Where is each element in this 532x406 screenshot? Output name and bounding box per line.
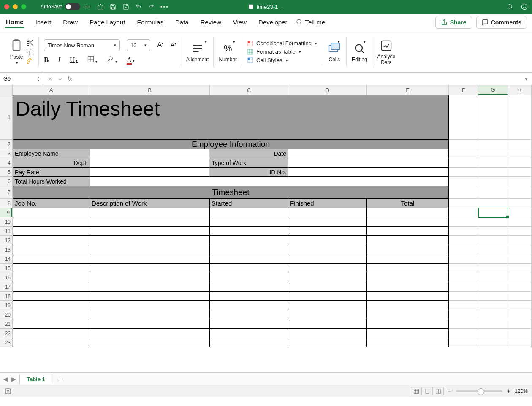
cell[interactable] <box>449 282 478 292</box>
row-header[interactable]: 6 <box>0 177 12 186</box>
col-header-b[interactable]: B <box>90 85 210 95</box>
table-cell[interactable] <box>288 282 367 292</box>
table-cell[interactable] <box>288 319 367 329</box>
italic-button[interactable]: I <box>58 56 60 64</box>
table-cell[interactable] <box>13 329 90 338</box>
table-cell[interactable] <box>90 264 210 273</box>
table-cell[interactable] <box>210 254 288 264</box>
table-cell[interactable] <box>90 236 210 245</box>
table-cell[interactable] <box>90 329 210 338</box>
chevron-down-icon[interactable]: ▾ <box>205 40 207 44</box>
table-cell[interactable] <box>210 310 288 319</box>
tab-developer[interactable]: Developer <box>258 17 288 27</box>
row-header[interactable]: 3 <box>0 149 12 158</box>
table-cell[interactable] <box>210 292 288 301</box>
cell[interactable] <box>508 245 532 254</box>
table-cell[interactable] <box>90 282 210 292</box>
cell[interactable] <box>478 338 508 347</box>
toggle-switch-icon[interactable] <box>65 3 80 10</box>
cell[interactable] <box>508 199 532 208</box>
page-layout-view-icon[interactable] <box>422 387 433 395</box>
font-size-select[interactable]: 10▾ <box>127 39 150 51</box>
cell[interactable] <box>508 254 532 264</box>
table-cell[interactable] <box>367 245 449 254</box>
smiley-icon[interactable] <box>521 3 528 10</box>
table-cell[interactable] <box>367 227 449 236</box>
table-cell[interactable] <box>90 301 210 310</box>
table-cell[interactable] <box>210 245 288 254</box>
cell[interactable] <box>478 186 508 199</box>
table-cell[interactable] <box>288 310 367 319</box>
table-cell[interactable] <box>210 264 288 273</box>
row-header[interactable]: 1 <box>0 95 12 140</box>
row-header[interactable]: 18 <box>0 292 12 301</box>
table-cell[interactable] <box>367 217 449 227</box>
table-cell[interactable] <box>90 227 210 236</box>
table-cell[interactable] <box>288 338 367 347</box>
fx-icon[interactable]: fx <box>68 75 72 82</box>
borders-button[interactable]: ▾ <box>87 55 98 64</box>
input-cell[interactable] <box>90 158 210 168</box>
row-header[interactable]: 11 <box>0 227 12 236</box>
table-cell[interactable] <box>90 310 210 319</box>
cell[interactable] <box>508 149 532 158</box>
cell[interactable] <box>508 158 532 168</box>
selected-cell[interactable] <box>478 208 508 217</box>
row-header[interactable]: 16 <box>0 273 12 282</box>
zoom-in-button[interactable]: + <box>507 387 510 395</box>
table-cell[interactable] <box>367 329 449 338</box>
table-cell[interactable] <box>90 338 210 347</box>
cell[interactable] <box>478 177 508 186</box>
redo-icon[interactable] <box>148 3 155 10</box>
fill-color-button[interactable]: ▾ <box>107 55 117 64</box>
table-cell[interactable] <box>13 319 90 329</box>
cell-styles-button[interactable]: Cell Styles▾ <box>247 57 317 64</box>
cell[interactable] <box>508 319 532 329</box>
chevron-down-icon[interactable]: ▾ <box>364 40 366 44</box>
cell[interactable] <box>478 254 508 264</box>
label-cell[interactable]: Employee Name <box>13 149 90 158</box>
cell[interactable] <box>478 168 508 177</box>
select-all-corner[interactable] <box>0 85 13 95</box>
cell[interactable] <box>449 264 478 273</box>
cell[interactable] <box>478 301 508 310</box>
cell[interactable] <box>508 310 532 319</box>
table-cell[interactable] <box>210 319 288 329</box>
section-header[interactable]: Timesheet <box>13 186 449 199</box>
paste-button[interactable]: Paste ▾ <box>9 39 24 65</box>
cell[interactable] <box>478 140 508 149</box>
cell[interactable] <box>508 217 532 227</box>
tab-view[interactable]: View <box>232 17 247 27</box>
cell[interactable] <box>508 329 532 338</box>
cell[interactable] <box>478 273 508 282</box>
maximize-window-icon[interactable] <box>21 4 26 9</box>
accessibility-icon[interactable] <box>4 387 12 395</box>
table-cell[interactable] <box>13 227 90 236</box>
cell[interactable] <box>449 95 478 140</box>
table-cell[interactable] <box>367 208 449 217</box>
table-cell[interactable] <box>13 301 90 310</box>
add-sheet-button[interactable]: + <box>56 375 64 383</box>
input-cell[interactable] <box>288 158 449 168</box>
bold-button[interactable]: B <box>44 56 49 64</box>
table-cell[interactable] <box>288 254 367 264</box>
table-cell[interactable] <box>288 273 367 282</box>
undo-icon[interactable] <box>135 3 142 10</box>
font-color-button[interactable]: A▾ <box>127 56 135 64</box>
row-header[interactable]: 22 <box>0 329 12 338</box>
table-cell[interactable] <box>13 245 90 254</box>
table-cell[interactable] <box>210 217 288 227</box>
search-icon[interactable] <box>507 3 513 10</box>
alignment-button[interactable]: Alignment <box>186 41 209 62</box>
table-cell[interactable] <box>13 282 90 292</box>
table-cell[interactable] <box>90 292 210 301</box>
decrease-font-icon[interactable]: A▾ <box>171 42 176 48</box>
cell[interactable] <box>508 95 532 140</box>
col-header-f[interactable]: F <box>449 85 478 95</box>
cell[interactable] <box>478 245 508 254</box>
table-header[interactable]: Total <box>367 199 449 208</box>
label-cell[interactable]: Dept. <box>13 158 90 168</box>
cell[interactable] <box>508 264 532 273</box>
increase-font-icon[interactable]: A▴ <box>157 41 164 49</box>
table-cell[interactable] <box>90 217 210 227</box>
